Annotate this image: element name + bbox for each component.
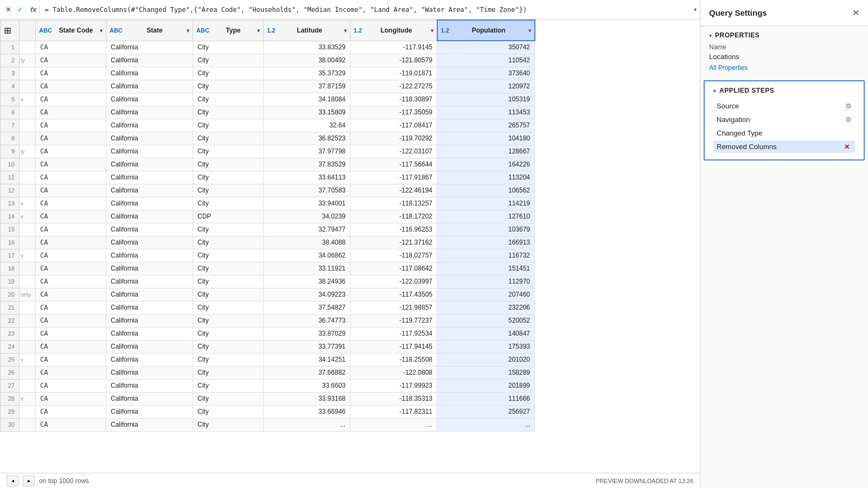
state-code-cell: CA bbox=[36, 171, 106, 184]
longitude-cell: -118.30897 bbox=[350, 93, 437, 106]
prefix-cell: v bbox=[20, 197, 36, 210]
table-row[interactable]: 16CACaliforniaCity38.4088-121.3716216691… bbox=[1, 236, 535, 249]
col-header-state-code[interactable]: ABC State Code ▾ bbox=[36, 20, 106, 41]
table-row[interactable]: 13vCACaliforniaCity33.94001-118.13257114… bbox=[1, 197, 535, 210]
table-row[interactable]: 9tyCACaliforniaCity37.97798-122.03107128… bbox=[1, 145, 535, 158]
latitude-cell: 33.77391 bbox=[264, 340, 350, 353]
table-row[interactable]: 8CACaliforniaCity36.82523-119.7029210418… bbox=[1, 132, 535, 145]
longitude-cell: -118.25508 bbox=[350, 353, 437, 366]
table-row[interactable]: 7CACaliforniaCity32.64-117.08417265757 bbox=[1, 119, 535, 132]
table-row[interactable]: 22CACaliforniaCity36.74773-119.772375200… bbox=[1, 314, 535, 327]
table-row[interactable]: 17vCACaliforniaCity34.06862-118.02757116… bbox=[1, 249, 535, 262]
state-code-cell: CA bbox=[36, 236, 106, 249]
formula-input[interactable] bbox=[45, 6, 691, 14]
longitude-cell: -121.80579 bbox=[350, 54, 437, 67]
population-filter-icon[interactable]: ▾ bbox=[528, 28, 531, 34]
step-gear-icon[interactable]: ⚙ bbox=[845, 115, 852, 124]
state-code-cell: CA bbox=[36, 145, 106, 158]
all-properties-link[interactable]: All Properties bbox=[709, 64, 748, 72]
population-cell: 103679 bbox=[437, 223, 535, 236]
population-cell: 110542 bbox=[437, 54, 535, 67]
steps-section-header[interactable]: ▾ APPLIED STEPS bbox=[713, 87, 855, 94]
state-code-cell: CA bbox=[36, 379, 106, 392]
table-row[interactable]: 26CACaliforniaCity37.66882-122.080815828… bbox=[1, 366, 535, 379]
cancel-icon[interactable]: ✕ bbox=[3, 5, 13, 15]
row-number: 16 bbox=[1, 236, 20, 249]
state-code-cell: CA bbox=[36, 366, 106, 379]
prefix-header bbox=[20, 20, 36, 41]
table-row[interactable]: 10CACaliforniaCity37.83529-117.566441642… bbox=[1, 158, 535, 171]
prefix-cell bbox=[20, 327, 36, 340]
latitude-cell: 34.09223 bbox=[264, 288, 350, 301]
state-cell: California bbox=[106, 236, 193, 249]
type-cell: City bbox=[193, 145, 264, 158]
applied-step-removed-columns[interactable]: Removed Columns✕ bbox=[713, 140, 855, 153]
type-filter-icon[interactable]: ▾ bbox=[257, 28, 260, 34]
latitude-cell: 37.66882 bbox=[264, 366, 350, 379]
table-row[interactable]: 3CACaliforniaCity35.37329-119.0187137364… bbox=[1, 67, 535, 80]
nav-right-arrow[interactable]: ▸ bbox=[23, 476, 35, 486]
type-cell: City bbox=[193, 353, 264, 366]
longitude-filter-icon[interactable]: ▾ bbox=[431, 28, 433, 34]
table-row[interactable]: 14vCACaliforniaCDP34.0239-118.1720212761… bbox=[1, 210, 535, 223]
col-header-population[interactable]: 1.2 Population ▾ bbox=[437, 20, 535, 41]
latitude-cell: ... bbox=[264, 418, 350, 431]
table-row[interactable]: 30CACaliforniaCity......... bbox=[1, 418, 535, 431]
state-code-cell: CA bbox=[36, 392, 106, 405]
table-row[interactable]: 4CACaliforniaCity37.87159-122.2727512097… bbox=[1, 80, 535, 93]
step-delete-icon[interactable]: ✕ bbox=[844, 143, 850, 151]
longitude-cell: -117.99923 bbox=[350, 379, 437, 392]
confirm-icon[interactable]: ✓ bbox=[15, 5, 25, 15]
table-row[interactable]: 11CACaliforniaCity33.64113-117.918671132… bbox=[1, 171, 535, 184]
row-number: 7 bbox=[1, 119, 20, 132]
latitude-cell: 33.11921 bbox=[264, 262, 350, 275]
type-cell: City bbox=[193, 275, 264, 288]
table-row[interactable]: 15CACaliforniaCity32.79477-116.962531036… bbox=[1, 223, 535, 236]
table-row[interactable]: 29CACaliforniaCity33.66946-117.823112569… bbox=[1, 405, 535, 418]
type-cell: City bbox=[193, 80, 264, 93]
row-number: 30 bbox=[1, 418, 20, 431]
formula-expand-icon[interactable]: ▾ bbox=[694, 7, 697, 12]
type-cell: City bbox=[193, 340, 264, 353]
state-code-cell: CA bbox=[36, 41, 106, 54]
panel-close-button[interactable]: ✕ bbox=[852, 8, 859, 18]
population-cell: 104180 bbox=[437, 132, 535, 145]
prefix-cell bbox=[20, 262, 36, 275]
table-row[interactable]: 24CACaliforniaCity33.77391-117.941451753… bbox=[1, 340, 535, 353]
col-header-type[interactable]: ABC Type ▾ bbox=[193, 20, 264, 41]
population-cell: 373640 bbox=[437, 67, 535, 80]
applied-step-changed-type[interactable]: Changed Type bbox=[713, 127, 855, 139]
longitude-cell: -118.02757 bbox=[350, 249, 437, 262]
properties-section-header[interactable]: ▾ PROPERTIES bbox=[709, 31, 859, 39]
state-code-filter-icon[interactable]: ▾ bbox=[100, 28, 103, 34]
nav-left-arrow[interactable]: ◂ bbox=[7, 476, 18, 486]
state-cell: California bbox=[106, 418, 193, 431]
col-header-latitude[interactable]: 1.2 Latitude ▾ bbox=[264, 20, 350, 41]
latitude-filter-icon[interactable]: ▾ bbox=[344, 28, 347, 34]
table-row[interactable]: 12CACaliforniaCity37.70583-122.461941065… bbox=[1, 184, 535, 197]
row-number: 17 bbox=[1, 249, 20, 262]
col-header-state[interactable]: ABC State ▾ bbox=[106, 20, 193, 41]
table-row[interactable]: 18CACaliforniaCity33.11921-117.086421514… bbox=[1, 262, 535, 275]
table-row[interactable]: 6CACaliforniaCity33.15809-117.3505911345… bbox=[1, 106, 535, 119]
type-cell: City bbox=[193, 106, 264, 119]
row-number: 23 bbox=[1, 327, 20, 340]
applied-step-navigation[interactable]: Navigation⚙ bbox=[713, 113, 855, 126]
step-name-label: Navigation bbox=[717, 115, 750, 124]
type-cell: City bbox=[193, 327, 264, 340]
table-row[interactable]: 23CACaliforniaCity33.87029-117.925341408… bbox=[1, 327, 535, 340]
step-gear-icon[interactable]: ⚙ bbox=[845, 102, 852, 110]
state-filter-icon[interactable]: ▾ bbox=[187, 28, 189, 34]
table-row[interactable]: 19CACaliforniaCity38.24936-122.039971129… bbox=[1, 275, 535, 288]
table-row[interactable]: 20untyCACaliforniaCity34.09223-117.43505… bbox=[1, 288, 535, 301]
col-header-longitude[interactable]: 1.2 Longitude ▾ bbox=[350, 20, 437, 41]
table-row[interactable]: 28vCACaliforniaCity33.93168-118.35313111… bbox=[1, 392, 535, 405]
table-row[interactable]: 2tyCACaliforniaCity38.00492-121.80579110… bbox=[1, 54, 535, 67]
table-row[interactable]: 27CACaliforniaCity33.6603-117.9992320189… bbox=[1, 379, 535, 392]
applied-step-source[interactable]: Source⚙ bbox=[713, 100, 855, 112]
table-row[interactable]: 5vCACaliforniaCity34.18084-118.308971053… bbox=[1, 93, 535, 106]
population-cell: 140847 bbox=[437, 327, 535, 340]
table-row[interactable]: 1CACaliforniaCity33.83529-117.9145350742 bbox=[1, 41, 535, 54]
table-row[interactable]: 25vCACaliforniaCity34.14251-118.25508201… bbox=[1, 353, 535, 366]
table-row[interactable]: 21CACaliforniaCity37.54827-121.988572322… bbox=[1, 301, 535, 314]
